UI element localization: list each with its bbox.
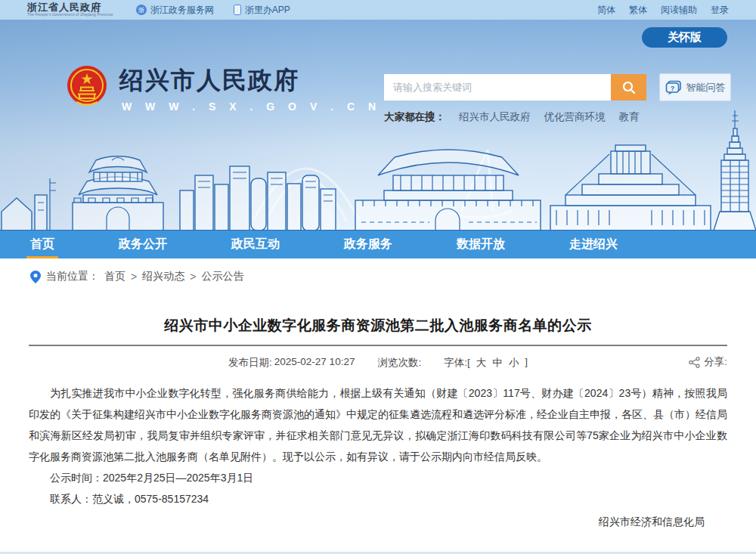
nav-label-interaction: 政民互动 xyxy=(231,237,280,252)
article-paragraph-main: 为扎实推进我市中小企业数字化转型，强化服务商供给能力，根据上级有关通知（财建〔2… xyxy=(29,382,727,467)
svg-text:?: ? xyxy=(670,84,674,91)
zheliban-app-label: 浙里办APP xyxy=(245,4,290,17)
article-container: 绍兴市中小企业数字化服务商资源池第二批入池服务商名单的公示 发布日期: 2025… xyxy=(0,316,756,532)
breadcrumb-home[interactable]: 首页 xyxy=(104,270,125,283)
hot-search-label: 大家都在搜： xyxy=(384,110,445,124)
national-emblem-icon xyxy=(67,64,107,108)
zhejiang-service-portal-link[interactable]: 浙 浙江政务服务网 xyxy=(136,4,214,17)
nav-item-home[interactable]: 首页 xyxy=(30,231,54,258)
header-banner: 关怀版 绍兴市人民政府 W W W . S X . G O V . C N ? xyxy=(0,20,756,231)
breadcrumb-dynamics[interactable]: 绍兴动态 xyxy=(142,270,184,283)
login-link[interactable]: 登录 xyxy=(711,4,729,17)
breadcrumb-label: 当前位置： xyxy=(46,270,99,283)
search-button[interactable] xyxy=(611,74,646,101)
site-url: W W W . S X . G O V . C N xyxy=(119,101,381,113)
city-skyline-illustration xyxy=(0,106,756,231)
font-size-label: 字体:[ xyxy=(444,356,470,370)
publish-date-label: 发布日期: xyxy=(228,356,272,370)
main-navigation: 首页 政务公开 政民互动 政务服务 数据开放 走进绍兴 xyxy=(0,231,756,258)
nav-label-open-data: 数据开放 xyxy=(457,237,505,252)
zhejiang-gov-logo[interactable]: 浙江省人民政府 The People's Government of Zheji… xyxy=(27,2,113,17)
article-signature: 绍兴市经济和信息化局 xyxy=(29,511,727,532)
font-size-medium[interactable]: 中 xyxy=(492,356,503,370)
nav-label-about-shaoxing: 走进绍兴 xyxy=(569,237,618,252)
topbar-right-links: 简体 繁体 阅读辅助 登录 xyxy=(597,4,729,17)
article-title: 绍兴市中小企业数字化服务商资源池第二批入池服务商名单的公示 xyxy=(29,316,727,336)
breadcrumb-separator: > xyxy=(190,271,196,283)
title-divider xyxy=(29,345,727,346)
nav-label-services: 政务服务 xyxy=(344,237,392,252)
nav-item-interaction[interactable]: 政民互动 xyxy=(231,231,280,258)
zhejiang-service-label: 浙江政务服务网 xyxy=(150,4,214,17)
nav-label-gov-affairs: 政务公开 xyxy=(119,237,167,252)
share-button[interactable]: 分享: xyxy=(689,355,727,369)
location-pin-icon xyxy=(30,271,41,283)
share-label: 分享: xyxy=(704,355,727,369)
nav-item-services[interactable]: 政务服务 xyxy=(344,231,392,258)
smart-qa-button[interactable]: ? 智能问答 xyxy=(659,73,731,101)
breadcrumb-separator: > xyxy=(131,271,137,283)
breadcrumb-notices[interactable]: 公示公告 xyxy=(201,270,243,283)
zhejiang-gov-name-en: The People's Government of Zhejiang Prov… xyxy=(27,13,113,17)
view-count-label: 浏览次数: xyxy=(377,356,421,370)
article-meta-row: 发布日期: 2025-02-27 10:27 浏览次数: 字体:[ 大 中 小 … xyxy=(29,355,727,370)
chat-question-icon: ? xyxy=(665,80,682,95)
article-paragraph-time: 公示时间：2025年2月25日—2025年3月1日 xyxy=(29,467,727,488)
site-title-text: 绍兴市人民政府 W W W . S X . G O V . C N xyxy=(119,64,381,113)
article-body: 为扎实推进我市中小企业数字化转型，强化服务商供给能力，根据上级有关通知（财建〔2… xyxy=(29,382,727,509)
breadcrumb: 当前位置： 首页 > 绍兴动态 > 公示公告 xyxy=(0,258,756,295)
reading-aid-link[interactable]: 阅读辅助 xyxy=(661,4,697,17)
nav-label-home: 首页 xyxy=(30,237,54,252)
site-name: 绍兴市人民政府 xyxy=(119,64,381,97)
font-size-switcher: 字体:[ 大 中 小 ] xyxy=(444,356,528,370)
hot-search-word-1[interactable]: 绍兴市人民政府 xyxy=(459,110,531,124)
care-version-button[interactable]: 关怀版 xyxy=(642,27,727,48)
font-size-small[interactable]: 小 xyxy=(509,356,519,370)
hot-search-word-3[interactable]: 教育 xyxy=(619,110,640,124)
top-utility-bar: 浙江省人民政府 The People's Government of Zheji… xyxy=(0,0,756,20)
simplified-chinese-link[interactable]: 简体 xyxy=(597,4,615,17)
publish-date: 发布日期: 2025-02-27 10:27 xyxy=(228,356,355,370)
article-paragraph-contact: 联系人：范义诚，0575-85157234 xyxy=(29,488,727,509)
zheliban-app-link[interactable]: 浙里办APP xyxy=(234,4,290,17)
nav-item-about-shaoxing[interactable]: 走进绍兴 xyxy=(569,231,618,258)
zhejiang-gov-name: 浙江省人民政府 xyxy=(27,2,113,13)
search-icon xyxy=(621,80,637,95)
mobile-phone-icon xyxy=(234,5,241,15)
view-count: 浏览次数: xyxy=(377,356,421,370)
nav-item-gov-affairs[interactable]: 政务公开 xyxy=(119,231,167,258)
zhejiang-service-icon: 浙 xyxy=(136,5,147,15)
traditional-chinese-link[interactable]: 繁体 xyxy=(629,4,647,17)
smart-qa-label: 智能问答 xyxy=(686,81,726,94)
nav-item-open-data[interactable]: 数据开放 xyxy=(457,231,505,258)
site-search xyxy=(384,74,646,101)
hot-search-word-2[interactable]: 优化营商环境 xyxy=(544,110,606,124)
site-logo-block[interactable]: 绍兴市人民政府 W W W . S X . G O V . C N xyxy=(67,64,381,113)
font-size-large[interactable]: 大 xyxy=(476,356,487,370)
publish-date-value: 2025-02-27 10:27 xyxy=(274,356,355,370)
share-nodes-icon xyxy=(689,357,700,368)
search-input[interactable] xyxy=(384,74,611,101)
hot-search-row: 大家都在搜： 绍兴市人民政府 优化营商环境 教育 xyxy=(384,110,640,124)
font-size-label-suffix: ] xyxy=(525,356,528,370)
